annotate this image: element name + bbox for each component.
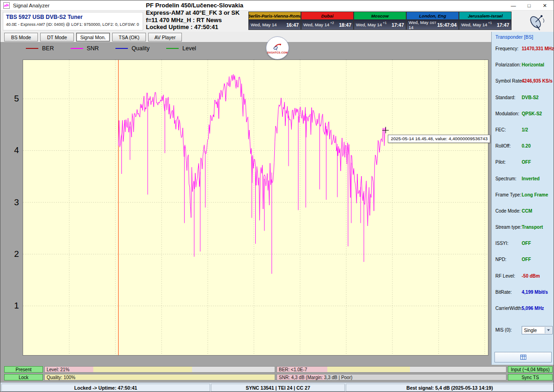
transponder-value: CCM xyxy=(522,208,532,214)
transponder-value: QPSK-S2 xyxy=(522,111,542,116)
transponder-label: ISSYI: xyxy=(495,241,508,246)
transponder-row-modulation: Modulation:QPSK-S2 xyxy=(495,110,554,126)
status-badge-lock: Lock xyxy=(4,374,43,380)
transponder-rows: Frequency:11470,331 MHzPolarization:Hori… xyxy=(495,45,554,321)
panel-bottom-button[interactable] xyxy=(494,352,552,362)
status-row: LockQuality: 100%SNR: 4,3 dB (Margin: 3,… xyxy=(0,374,554,380)
signal-plot[interactable] xyxy=(23,59,488,356)
transponder-value: -50 dBm xyxy=(522,273,540,279)
app-icon xyxy=(3,2,10,9)
y-axis-tick-label: 2 xyxy=(6,249,19,259)
clock-datetime: Wed, May 14+117:47 xyxy=(354,19,406,30)
transponder-label: Frequency: xyxy=(495,46,518,51)
transponder-panel: Transponder [BS] Frequency:11470,331 MHz… xyxy=(491,32,554,365)
clock-dubai: DubaiWed, May 14+218:47 xyxy=(301,12,354,30)
transponder-value: 0.20 xyxy=(522,143,530,148)
transponder-label: Standard: xyxy=(495,95,515,100)
progress-bar-label: Quality: 100% xyxy=(47,375,75,380)
transponder-value: DVB-S2 xyxy=(522,95,539,100)
statusbar-section: Best signal: 5,4 dB (2025-05-13 14:19) xyxy=(346,384,554,392)
legend-label: Level xyxy=(182,45,196,52)
transponder-row-issyi: ISSYI:OFF xyxy=(495,239,554,255)
chart-legend: BERSNRQualityLevel xyxy=(26,45,196,52)
transponder-label: BitRate: xyxy=(495,290,512,295)
transponder-value: Inverted xyxy=(522,176,540,181)
transponder-value: Horizontal xyxy=(522,62,544,67)
legend-item-quality: Quality xyxy=(115,45,150,52)
transponder-row-bitrate: BitRate:4,199 Mbit/s xyxy=(495,288,554,304)
progress-bar-level: Level: 21% xyxy=(44,366,275,373)
transponder-panel-title: Transponder [BS] xyxy=(495,34,533,40)
world-clocks: Berlin-Paris-Vienna-RomaWed, May 1416:47… xyxy=(248,12,512,30)
transponder-row-npd: NPD:OFF xyxy=(495,255,554,272)
mis-selected-value: Single xyxy=(524,328,537,333)
dxsatcs-logo: DXSATCS.COM xyxy=(266,36,289,59)
legend-label: Quality xyxy=(132,45,150,52)
transponder-row-symbol-rate: Symbol Rate:4246,935 KS/s xyxy=(495,77,554,93)
tab-dt-mode[interactable]: DT Mode xyxy=(40,33,74,42)
transponder-value: OFF xyxy=(522,257,531,262)
transponder-value: OFF xyxy=(522,160,531,165)
legend-item-level: Level xyxy=(166,45,196,52)
clock-city-label: London, Eng xyxy=(406,12,459,19)
minimize-button[interactable]: — xyxy=(506,0,521,11)
grid-icon xyxy=(520,355,526,360)
tuner-name: TBS 5927 USB DVB-S2 Tuner xyxy=(6,14,140,20)
legend-item-ber: BER xyxy=(26,45,54,52)
progress-bar-quality: Quality: 100% xyxy=(44,374,275,380)
statusbar: Locked -> Uptime: 47:50:41SYNC 13541 | T… xyxy=(0,382,554,392)
clock-datetime: Wed, May 14+218:47 xyxy=(301,19,354,30)
transponder-row-frame-type: Frame Type:Long Frame xyxy=(495,191,554,207)
snr-trace-svg xyxy=(23,60,488,355)
transponder-row-code-mode: Code Mode:CCM xyxy=(495,207,554,223)
legend-line-swatch xyxy=(26,48,38,49)
transponder-value: Long Frame xyxy=(522,192,548,197)
y-axis-tick-label: 4 xyxy=(6,145,19,155)
legend-line-swatch xyxy=(115,48,128,49)
close-button[interactable]: ✕ xyxy=(537,0,553,11)
transponder-label: Pilot: xyxy=(495,160,506,165)
transponder-label: Polarization: xyxy=(495,62,521,67)
mis-select[interactable]: Single xyxy=(522,326,553,334)
tab-signal-mon[interactable]: Signal Mon. xyxy=(76,33,110,42)
transponder-value: 11470,331 MHz xyxy=(522,46,554,51)
tuner-details: 40.0E - Express AM7 (ID: 0400) @ LOF1: 9… xyxy=(6,22,140,27)
titlebar: Signal Analyzer —□✕ xyxy=(0,0,554,11)
transponder-label: Spectrum: xyxy=(495,176,517,181)
window-controls: —□✕ xyxy=(506,0,553,11)
transponder-label: Frame Type: xyxy=(495,192,521,197)
status-badge-input-4-04-mbps: Input (~4,04 Mbps) xyxy=(508,366,553,373)
site-line-satellite: Express-AM7 at 40°E_FK 3 or SK xyxy=(146,9,243,17)
transponder-label: FEC: xyxy=(495,127,506,132)
transponder-value: 4,199 Mbit/s xyxy=(522,290,548,295)
transponder-value: Transport xyxy=(522,225,543,230)
y-axis-tick-label: 3 xyxy=(6,197,19,208)
logo-dish-icon xyxy=(272,42,283,51)
transponder-label: NPD: xyxy=(495,257,506,262)
legend-item-snr: SNR xyxy=(71,45,99,52)
clock-city-label: Moscow xyxy=(354,12,406,19)
tab-bs-mode[interactable]: BS Mode xyxy=(4,33,38,42)
window-title: Signal Analyzer xyxy=(13,3,49,8)
tuner-info-box: TBS 5927 USB DVB-S2 Tuner 40.0E - Expres… xyxy=(3,12,143,30)
progress-bar-label: SNR: 4,3 dB (Margin: 3,3 dB | Poor) xyxy=(279,375,352,380)
clock-moscow: MoscowWed, May 14+117:47 xyxy=(354,12,406,30)
site-line-frequency: f=11 470 MHz_H : RT News xyxy=(146,17,243,24)
transponder-label: Stream type: xyxy=(495,225,522,230)
tab-strip: BS ModeDT ModeSignal Mon.TSA (OK)AV Play… xyxy=(0,32,491,42)
tab-tsa-ok[interactable]: TSA (OK) xyxy=(112,33,146,42)
crosshair-cursor xyxy=(382,127,389,133)
tab-av-player[interactable]: AV Player xyxy=(148,33,182,42)
transponder-row-standard: Standard:DVB-S2 xyxy=(495,94,554,110)
transponder-label: CarrierWidth: xyxy=(495,306,523,311)
transponder-label: Code Mode: xyxy=(495,208,520,214)
y-axis-tick-label: 1 xyxy=(6,301,19,311)
site-line-uptime: Locked Uptime : 47:50:41 xyxy=(146,24,243,31)
clock-berlin-paris-vienna-roma: Berlin-Paris-Vienna-RomaWed, May 1416:47 xyxy=(248,12,301,30)
status-badge-sync-ts: Sync TS xyxy=(508,374,553,380)
chevron-down-icon xyxy=(545,327,552,333)
transponder-row-fec: FEC:1/2 xyxy=(495,126,554,142)
transponder-row-stream-type: Stream type:Transport xyxy=(495,223,554,239)
maximize-button[interactable]: □ xyxy=(521,0,537,11)
chart-area: BERSNRQualityLevel 2025-05-14 16.45.48, … xyxy=(0,42,491,366)
